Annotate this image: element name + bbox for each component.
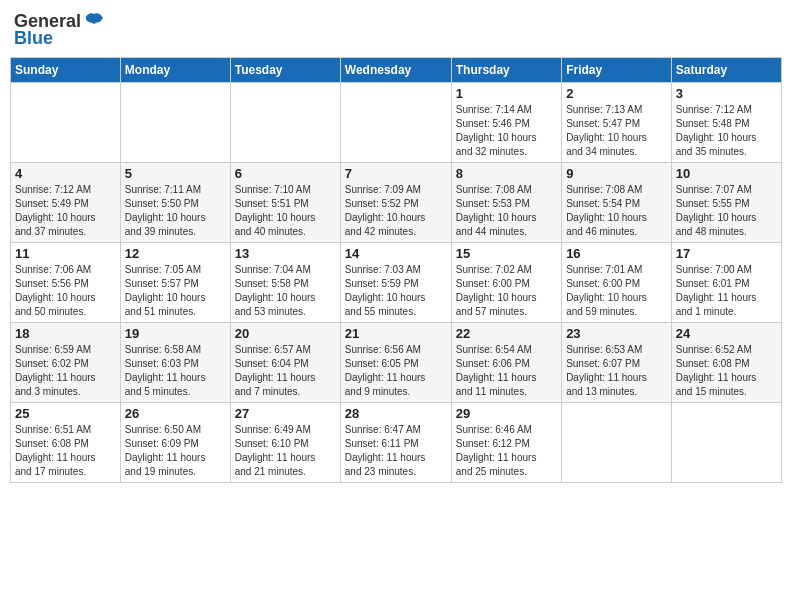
day-info: Sunrise: 7:04 AM Sunset: 5:58 PM Dayligh… xyxy=(235,263,336,319)
day-cell xyxy=(11,83,121,163)
day-info: Sunrise: 7:06 AM Sunset: 5:56 PM Dayligh… xyxy=(15,263,116,319)
day-cell: 16Sunrise: 7:01 AM Sunset: 6:00 PM Dayli… xyxy=(562,243,672,323)
day-info: Sunrise: 6:52 AM Sunset: 6:08 PM Dayligh… xyxy=(676,343,777,399)
day-cell: 14Sunrise: 7:03 AM Sunset: 5:59 PM Dayli… xyxy=(340,243,451,323)
day-cell: 8Sunrise: 7:08 AM Sunset: 5:53 PM Daylig… xyxy=(451,163,561,243)
day-info: Sunrise: 6:56 AM Sunset: 6:05 PM Dayligh… xyxy=(345,343,447,399)
day-cell: 1Sunrise: 7:14 AM Sunset: 5:46 PM Daylig… xyxy=(451,83,561,163)
day-number: 27 xyxy=(235,406,336,421)
day-info: Sunrise: 7:09 AM Sunset: 5:52 PM Dayligh… xyxy=(345,183,447,239)
day-info: Sunrise: 7:01 AM Sunset: 6:00 PM Dayligh… xyxy=(566,263,667,319)
day-number: 19 xyxy=(125,326,226,341)
col-header-saturday: Saturday xyxy=(671,58,781,83)
logo-blue: Blue xyxy=(14,28,53,49)
col-header-thursday: Thursday xyxy=(451,58,561,83)
day-info: Sunrise: 7:08 AM Sunset: 5:53 PM Dayligh… xyxy=(456,183,557,239)
day-info: Sunrise: 7:12 AM Sunset: 5:48 PM Dayligh… xyxy=(676,103,777,159)
day-cell xyxy=(230,83,340,163)
day-cell xyxy=(671,403,781,483)
day-info: Sunrise: 7:11 AM Sunset: 5:50 PM Dayligh… xyxy=(125,183,226,239)
day-cell: 11Sunrise: 7:06 AM Sunset: 5:56 PM Dayli… xyxy=(11,243,121,323)
day-cell: 4Sunrise: 7:12 AM Sunset: 5:49 PM Daylig… xyxy=(11,163,121,243)
day-info: Sunrise: 7:03 AM Sunset: 5:59 PM Dayligh… xyxy=(345,263,447,319)
col-header-friday: Friday xyxy=(562,58,672,83)
day-info: Sunrise: 7:10 AM Sunset: 5:51 PM Dayligh… xyxy=(235,183,336,239)
day-cell: 6Sunrise: 7:10 AM Sunset: 5:51 PM Daylig… xyxy=(230,163,340,243)
day-info: Sunrise: 6:50 AM Sunset: 6:09 PM Dayligh… xyxy=(125,423,226,479)
day-number: 6 xyxy=(235,166,336,181)
day-number: 8 xyxy=(456,166,557,181)
day-number: 9 xyxy=(566,166,667,181)
day-cell: 24Sunrise: 6:52 AM Sunset: 6:08 PM Dayli… xyxy=(671,323,781,403)
day-info: Sunrise: 7:08 AM Sunset: 5:54 PM Dayligh… xyxy=(566,183,667,239)
day-number: 11 xyxy=(15,246,116,261)
day-cell: 25Sunrise: 6:51 AM Sunset: 6:08 PM Dayli… xyxy=(11,403,121,483)
day-cell: 18Sunrise: 6:59 AM Sunset: 6:02 PM Dayli… xyxy=(11,323,121,403)
day-number: 23 xyxy=(566,326,667,341)
week-row: 1Sunrise: 7:14 AM Sunset: 5:46 PM Daylig… xyxy=(11,83,782,163)
col-header-wednesday: Wednesday xyxy=(340,58,451,83)
day-number: 1 xyxy=(456,86,557,101)
col-header-sunday: Sunday xyxy=(11,58,121,83)
day-number: 12 xyxy=(125,246,226,261)
week-row: 18Sunrise: 6:59 AM Sunset: 6:02 PM Dayli… xyxy=(11,323,782,403)
header-row: SundayMondayTuesdayWednesdayThursdayFrid… xyxy=(11,58,782,83)
day-cell: 5Sunrise: 7:11 AM Sunset: 5:50 PM Daylig… xyxy=(120,163,230,243)
day-number: 10 xyxy=(676,166,777,181)
day-cell: 20Sunrise: 6:57 AM Sunset: 6:04 PM Dayli… xyxy=(230,323,340,403)
day-cell: 15Sunrise: 7:02 AM Sunset: 6:00 PM Dayli… xyxy=(451,243,561,323)
day-number: 15 xyxy=(456,246,557,261)
day-cell xyxy=(562,403,672,483)
day-cell: 12Sunrise: 7:05 AM Sunset: 5:57 PM Dayli… xyxy=(120,243,230,323)
day-info: Sunrise: 6:46 AM Sunset: 6:12 PM Dayligh… xyxy=(456,423,557,479)
day-info: Sunrise: 7:14 AM Sunset: 5:46 PM Dayligh… xyxy=(456,103,557,159)
day-cell: 10Sunrise: 7:07 AM Sunset: 5:55 PM Dayli… xyxy=(671,163,781,243)
day-info: Sunrise: 6:59 AM Sunset: 6:02 PM Dayligh… xyxy=(15,343,116,399)
col-header-monday: Monday xyxy=(120,58,230,83)
day-cell: 23Sunrise: 6:53 AM Sunset: 6:07 PM Dayli… xyxy=(562,323,672,403)
day-cell: 28Sunrise: 6:47 AM Sunset: 6:11 PM Dayli… xyxy=(340,403,451,483)
day-cell: 7Sunrise: 7:09 AM Sunset: 5:52 PM Daylig… xyxy=(340,163,451,243)
logo: General Blue xyxy=(14,10,105,49)
day-cell: 13Sunrise: 7:04 AM Sunset: 5:58 PM Dayli… xyxy=(230,243,340,323)
day-number: 24 xyxy=(676,326,777,341)
col-header-tuesday: Tuesday xyxy=(230,58,340,83)
day-cell: 9Sunrise: 7:08 AM Sunset: 5:54 PM Daylig… xyxy=(562,163,672,243)
day-number: 18 xyxy=(15,326,116,341)
day-cell: 2Sunrise: 7:13 AM Sunset: 5:47 PM Daylig… xyxy=(562,83,672,163)
day-number: 2 xyxy=(566,86,667,101)
day-number: 16 xyxy=(566,246,667,261)
day-number: 22 xyxy=(456,326,557,341)
day-cell: 29Sunrise: 6:46 AM Sunset: 6:12 PM Dayli… xyxy=(451,403,561,483)
day-info: Sunrise: 6:54 AM Sunset: 6:06 PM Dayligh… xyxy=(456,343,557,399)
day-cell: 19Sunrise: 6:58 AM Sunset: 6:03 PM Dayli… xyxy=(120,323,230,403)
day-number: 5 xyxy=(125,166,226,181)
day-number: 4 xyxy=(15,166,116,181)
day-info: Sunrise: 6:53 AM Sunset: 6:07 PM Dayligh… xyxy=(566,343,667,399)
day-number: 21 xyxy=(345,326,447,341)
day-cell: 27Sunrise: 6:49 AM Sunset: 6:10 PM Dayli… xyxy=(230,403,340,483)
week-row: 4Sunrise: 7:12 AM Sunset: 5:49 PM Daylig… xyxy=(11,163,782,243)
day-number: 17 xyxy=(676,246,777,261)
day-number: 25 xyxy=(15,406,116,421)
day-cell: 17Sunrise: 7:00 AM Sunset: 6:01 PM Dayli… xyxy=(671,243,781,323)
day-info: Sunrise: 7:00 AM Sunset: 6:01 PM Dayligh… xyxy=(676,263,777,319)
day-number: 3 xyxy=(676,86,777,101)
day-number: 29 xyxy=(456,406,557,421)
day-info: Sunrise: 7:07 AM Sunset: 5:55 PM Dayligh… xyxy=(676,183,777,239)
day-number: 14 xyxy=(345,246,447,261)
day-cell: 21Sunrise: 6:56 AM Sunset: 6:05 PM Dayli… xyxy=(340,323,451,403)
week-row: 11Sunrise: 7:06 AM Sunset: 5:56 PM Dayli… xyxy=(11,243,782,323)
day-cell xyxy=(340,83,451,163)
day-number: 7 xyxy=(345,166,447,181)
header: General Blue xyxy=(10,10,782,49)
day-number: 28 xyxy=(345,406,447,421)
day-number: 26 xyxy=(125,406,226,421)
day-cell: 3Sunrise: 7:12 AM Sunset: 5:48 PM Daylig… xyxy=(671,83,781,163)
day-info: Sunrise: 6:58 AM Sunset: 6:03 PM Dayligh… xyxy=(125,343,226,399)
day-number: 20 xyxy=(235,326,336,341)
week-row: 25Sunrise: 6:51 AM Sunset: 6:08 PM Dayli… xyxy=(11,403,782,483)
day-info: Sunrise: 7:13 AM Sunset: 5:47 PM Dayligh… xyxy=(566,103,667,159)
day-cell: 22Sunrise: 6:54 AM Sunset: 6:06 PM Dayli… xyxy=(451,323,561,403)
day-info: Sunrise: 6:51 AM Sunset: 6:08 PM Dayligh… xyxy=(15,423,116,479)
